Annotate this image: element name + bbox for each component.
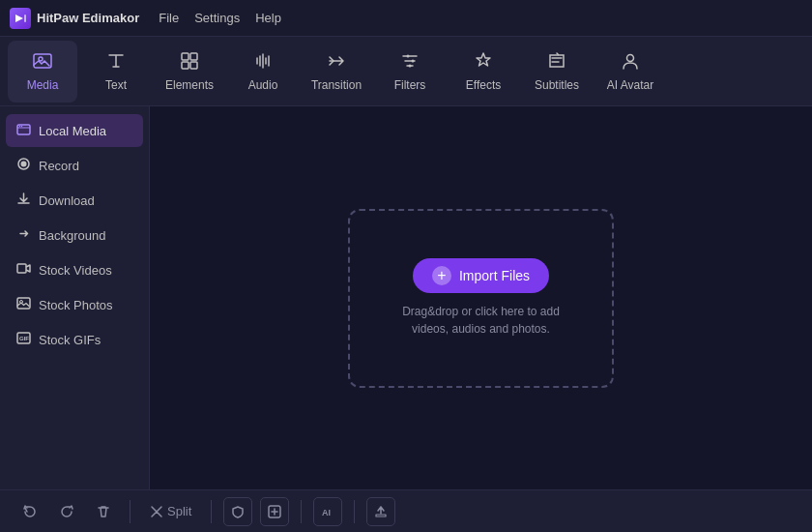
toolbar-transition[interactable]: Transition <box>302 41 371 103</box>
effects-icon <box>473 50 494 74</box>
toolbar-filters[interactable]: Filters <box>375 41 445 103</box>
import-files-label: Import Files <box>459 268 530 283</box>
svg-rect-3 <box>182 53 188 60</box>
toolbar: Media Text Elements Audio <box>0 37 812 106</box>
shield-button[interactable] <box>223 497 252 526</box>
toolbar-elements-label: Elements <box>165 78 214 92</box>
export-button[interactable] <box>366 497 395 526</box>
toolbar-effects[interactable]: Effects <box>449 41 518 103</box>
sidebar-item-background[interactable]: Background <box>6 219 143 251</box>
toolbar-media-label: Media <box>27 78 59 92</box>
svg-rect-17 <box>17 298 30 309</box>
title-bar: HitPaw Edimakor File Settings Help <box>0 0 812 37</box>
toolbar-text-label: Text <box>105 78 127 92</box>
svg-point-13 <box>20 126 21 127</box>
delete-button[interactable] <box>89 497 118 526</box>
stock-gifs-icon: GIF <box>15 331 31 348</box>
svg-point-8 <box>412 60 415 63</box>
toolbar-text[interactable]: Text <box>81 41 151 103</box>
ai-avatar-icon <box>620 50 641 74</box>
svg-point-12 <box>18 126 19 127</box>
svg-point-15 <box>20 162 26 167</box>
sidebar-item-download-label: Download <box>39 193 95 208</box>
sidebar-item-background-label: Background <box>39 228 105 243</box>
sidebar-item-stock-gifs[interactable]: GIF Stock GIFs <box>6 323 143 356</box>
drop-text-line1: Drag&drop or click here to add <box>402 305 560 318</box>
media-icon <box>32 50 53 74</box>
sidebar-item-stock-gifs-label: Stock GIFs <box>39 333 101 347</box>
local-media-icon <box>15 122 31 139</box>
text-icon <box>105 50 127 74</box>
main-content: Local Media Record Download <box>0 106 812 489</box>
import-drop-area[interactable]: + Import Files Drag&drop or click here t… <box>348 209 614 388</box>
toolbar-media[interactable]: Media <box>8 41 77 103</box>
toolbar-subtitles-label: Subtitles <box>535 78 579 92</box>
sidebar-item-record[interactable]: Record <box>6 149 143 182</box>
svg-text:AI: AI <box>322 508 331 517</box>
app-name: HitPaw Edimakor <box>37 11 139 25</box>
background-icon <box>15 226 31 244</box>
bottom-bar: Split AI <box>0 489 812 532</box>
plus-icon: + <box>432 266 451 285</box>
split-button[interactable]: Split <box>142 500 199 522</box>
stock-photos-icon <box>15 296 31 313</box>
sidebar-item-record-label: Record <box>39 159 79 173</box>
filters-icon <box>399 50 420 74</box>
divider-2 <box>211 500 212 523</box>
text-overlay-button[interactable] <box>260 497 289 526</box>
svg-rect-5 <box>182 62 188 69</box>
subtitles-icon <box>546 50 567 74</box>
menu-file[interactable]: File <box>159 11 179 25</box>
drop-hint-text: Drag&drop or click here to add videos, a… <box>402 303 560 338</box>
sidebar-item-stock-photos-label: Stock Photos <box>39 298 113 312</box>
download-icon <box>15 192 31 209</box>
svg-point-7 <box>407 55 410 58</box>
menu-help[interactable]: Help <box>255 11 281 25</box>
toolbar-effects-label: Effects <box>466 78 501 92</box>
drop-text-line2: videos, audios and photos. <box>412 322 550 336</box>
import-files-button[interactable]: + Import Files <box>413 258 549 293</box>
toolbar-ai-avatar-label: AI Avatar <box>607 78 653 92</box>
elements-icon <box>179 50 200 74</box>
ai-button[interactable]: AI <box>313 497 342 526</box>
stock-videos-icon <box>15 261 31 279</box>
record-icon <box>15 157 31 174</box>
svg-rect-0 <box>24 15 26 22</box>
menu-settings[interactable]: Settings <box>194 11 240 25</box>
toolbar-ai-avatar[interactable]: AI Avatar <box>595 41 665 103</box>
svg-rect-4 <box>190 53 197 60</box>
sidebar-item-local-media[interactable]: Local Media <box>6 114 143 147</box>
toolbar-filters-label: Filters <box>394 78 426 92</box>
svg-point-2 <box>39 57 43 61</box>
sidebar-item-local-media-label: Local Media <box>39 124 106 138</box>
menu-bar: File Settings Help <box>159 11 281 25</box>
app-logo: HitPaw Edimakor <box>10 8 139 29</box>
toolbar-elements[interactable]: Elements <box>155 41 224 103</box>
svg-text:GIF: GIF <box>19 336 29 341</box>
audio-icon <box>252 50 274 74</box>
logo-icon <box>10 8 31 29</box>
drop-area-container: + Import Files Drag&drop or click here t… <box>150 106 812 489</box>
divider-1 <box>130 500 130 523</box>
sidebar-item-stock-videos[interactable]: Stock Videos <box>6 253 143 286</box>
svg-point-9 <box>409 65 412 68</box>
divider-3 <box>301 500 302 523</box>
svg-rect-16 <box>17 264 26 273</box>
sidebar-item-download[interactable]: Download <box>6 184 143 217</box>
sidebar-item-stock-photos[interactable]: Stock Photos <box>6 288 143 321</box>
toolbar-audio[interactable]: Audio <box>228 41 298 103</box>
sidebar: Local Media Record Download <box>0 106 150 489</box>
toolbar-audio-label: Audio <box>248 78 278 92</box>
divider-4 <box>354 500 355 523</box>
transition-icon <box>326 50 347 74</box>
redo-button[interactable] <box>52 497 81 526</box>
undo-button[interactable] <box>15 497 44 526</box>
toolbar-subtitles[interactable]: Subtitles <box>522 41 592 103</box>
toolbar-transition-label: Transition <box>311 78 362 92</box>
svg-point-10 <box>627 55 634 62</box>
split-label: Split <box>167 504 191 518</box>
svg-rect-6 <box>190 62 197 69</box>
sidebar-item-stock-videos-label: Stock Videos <box>39 263 112 278</box>
